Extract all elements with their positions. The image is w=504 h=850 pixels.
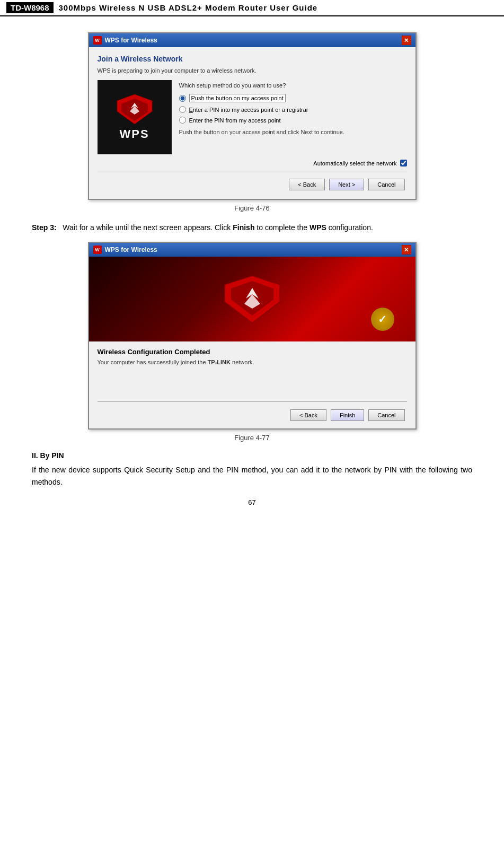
wps-text-logo: WPS <box>119 127 149 141</box>
step-3-text: Step 3: Wait for a while until the next … <box>32 222 472 233</box>
wps-option-1-label: Push the button on my access point <box>189 94 286 102</box>
wps-separator <box>98 171 407 171</box>
wps-radio-push[interactable] <box>179 95 186 102</box>
wps-title-icon: W <box>93 36 102 45</box>
section-ii-heading: II. By PIN <box>32 451 472 460</box>
wps-finish-button-77[interactable]: Finish <box>331 409 364 421</box>
wps-close-button-76[interactable]: ✕ <box>402 36 411 45</box>
wps-separator-77 <box>98 401 407 402</box>
figure-76-caption: Figure 4-76 <box>234 204 269 212</box>
wps-instruction: Push the button on your access point and… <box>179 129 407 135</box>
step-3-text-part3: configuration. <box>326 223 373 232</box>
wps-dialog-76: W WPS for Wireless ✕ Join a Wireless Net… <box>88 32 417 200</box>
step-3-wps: WPS <box>310 223 326 232</box>
step-3-finish: Finish <box>233 223 254 232</box>
page-content: W WPS for Wireless ✕ Join a Wireless Net… <box>0 16 504 522</box>
figure-77-caption: Figure 4-77 <box>234 434 269 442</box>
wps-completed-text: Your computer has successfully joined th… <box>98 359 407 365</box>
wps-close-button-77[interactable]: ✕ <box>402 245 411 255</box>
wps-titlebar-76: W WPS for Wireless ✕ <box>89 33 415 47</box>
wps-content-area: WPS Which setup method do you want to us… <box>98 80 407 154</box>
wps-auto-select-label: Automatically select the network <box>313 160 396 167</box>
wps-logo-box: WPS <box>98 80 172 154</box>
figure-77-container: W WPS for Wireless ✕ ✓ Wireless Configur… <box>32 242 472 442</box>
wps-back-button-77[interactable]: < Back <box>290 409 326 421</box>
wps-title-icon-77: W <box>93 246 102 254</box>
wps-auto-select-row: Automatically select the network <box>98 160 407 167</box>
wps-next-button-76[interactable]: Next > <box>329 179 364 190</box>
wps-titlebar-77: W WPS for Wireless ✕ <box>89 243 415 257</box>
wps-banner-77: ✓ <box>89 257 415 341</box>
page-number: 67 <box>32 498 472 506</box>
wps-dialog-77: W WPS for Wireless ✕ ✓ Wireless Configur… <box>88 242 417 430</box>
wps-spacer <box>98 365 407 397</box>
wps-radio-pin-registrar[interactable] <box>179 106 186 113</box>
wps-subtitle: WPS is preparing to join your computer t… <box>98 67 407 74</box>
wps-cancel-button-77[interactable]: Cancel <box>368 409 404 421</box>
wps-network-name: TP-LINK <box>208 359 231 365</box>
wps-cancel-button-76[interactable]: Cancel <box>368 179 404 190</box>
model-label: TD-W8968 <box>6 2 54 13</box>
wps-dialog-title-76: WPS for Wireless <box>105 37 157 44</box>
wps-auto-select-checkbox[interactable] <box>400 160 407 167</box>
guide-title: 300Mbps Wireless N USB ADSL2+ Modem Rout… <box>59 3 318 12</box>
wps-question: Which setup method do you want to use? <box>179 82 407 89</box>
step-3-text-part1: Wait for a while until the next screen a… <box>63 223 233 232</box>
wps-completed-title: Wireless Configuration Completed <box>98 348 407 356</box>
step-3-label: Step 3: <box>32 223 57 232</box>
wps-option-2-label: Enter a PIN into my access point or a re… <box>189 107 308 113</box>
wps-options: Which setup method do you want to use? P… <box>179 80 407 154</box>
wps-completion-body: Wireless Configuration Completed Your co… <box>89 341 415 428</box>
wps-option-3-label: Enter the PIN from my access point <box>189 117 281 124</box>
wps-radio-pin-ap[interactable] <box>179 117 186 124</box>
wps-logo-inner: WPS <box>116 93 153 141</box>
wps-dialog-title-77: WPS for Wireless <box>105 246 157 253</box>
section-ii-body: If the new device supports Quick Securit… <box>32 464 472 488</box>
step-3-text-part2: to complete the <box>254 223 310 232</box>
wps-banner-shield-icon <box>223 274 281 325</box>
wps-join-title: Join a Wireless Network <box>98 55 407 63</box>
wps-checkmark-icon: ✓ <box>371 308 394 331</box>
page-header: TD-W8968 300Mbps Wireless N USB ADSL2+ M… <box>0 0 504 16</box>
wps-shield-icon <box>116 93 153 125</box>
wps-option-1: Push the button on my access point <box>179 94 407 102</box>
wps-option-3: Enter the PIN from my access point <box>179 117 407 124</box>
wps-button-bar-77: < Back Finish Cancel <box>98 406 407 422</box>
wps-back-button-76[interactable]: < Back <box>289 179 325 190</box>
wps-option-2: Enter a PIN into my access point or a re… <box>179 106 407 113</box>
figure-76-container: W WPS for Wireless ✕ Join a Wireless Net… <box>32 32 472 212</box>
wps-button-bar-76: < Back Next > Cancel <box>98 176 407 191</box>
wps-body-76: Join a Wireless Network WPS is preparing… <box>89 47 415 199</box>
